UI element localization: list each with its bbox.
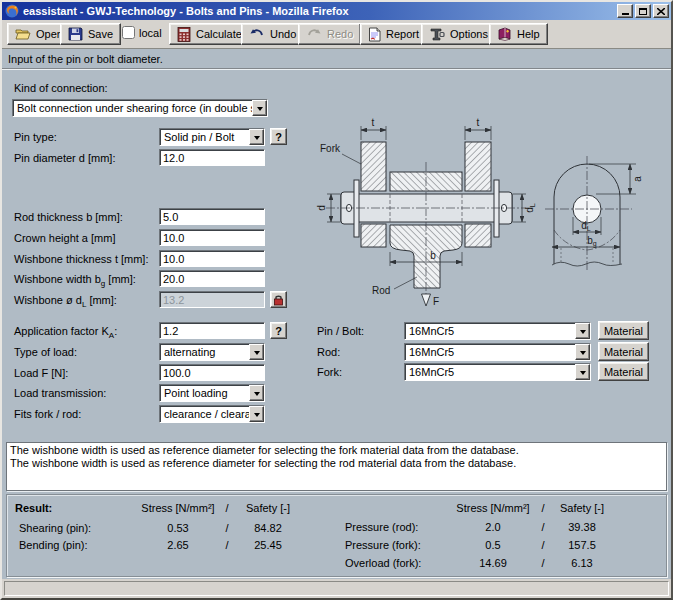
calculate-button[interactable]: Calculate <box>169 23 250 45</box>
type-of-load-value: alternating <box>160 344 249 360</box>
message-box: The wishbone width is used as reference … <box>6 442 667 491</box>
kind-of-connection-dropdown-button[interactable] <box>252 100 267 116</box>
app-window: eassistant - GWJ-Technology - Bolts and … <box>0 0 673 600</box>
drawing-dim-a: a <box>632 176 643 182</box>
wishbone-diameter-lock-button[interactable] <box>270 291 287 308</box>
material-fork-select[interactable]: 16MnCr5 <box>404 363 591 381</box>
application-factor-label: Application factor KA: <box>14 325 117 340</box>
close-button[interactable] <box>653 4 669 18</box>
load-transmission-value: Point loading <box>160 385 249 401</box>
material-fork-button[interactable]: Material <box>598 362 649 381</box>
help-book-icon <box>497 27 512 41</box>
material-rod-value: 16MnCr5 <box>405 344 575 360</box>
results-separator: / <box>221 522 233 534</box>
info-bar: Input of the pin or bolt diameter. <box>2 49 671 69</box>
message-line-2: The wishbone width is used as reference … <box>10 457 663 470</box>
type-of-load-select[interactable]: alternating <box>159 343 265 361</box>
material-rod-label: Rod: <box>317 346 340 358</box>
maximize-button[interactable] <box>635 4 651 18</box>
results-title: Result: <box>15 502 52 514</box>
material-pin-select[interactable]: 16MnCr5 <box>404 322 591 340</box>
wishbone-width-input[interactable] <box>159 270 265 287</box>
wishbone-diameter-input <box>159 291 265 308</box>
material-rod-dropdown-button[interactable] <box>575 344 590 360</box>
firefox-icon <box>5 4 19 18</box>
local-checkbox[interactable] <box>122 26 135 39</box>
window-title: eassistant - GWJ-Technology - Bolts and … <box>23 5 349 17</box>
undo-arrow-icon <box>249 28 265 40</box>
fits-dropdown-button[interactable] <box>249 406 264 422</box>
chevron-down-icon <box>254 351 260 358</box>
report-button[interactable]: Report <box>360 23 427 45</box>
redo-button-label: Redo <box>327 28 353 40</box>
options-button[interactable]: Options <box>421 23 496 45</box>
load-transmission-select[interactable]: Point loading <box>159 384 265 402</box>
drawing-dim-bg: bg <box>587 235 597 248</box>
pin-type-dropdown-button[interactable] <box>249 129 264 145</box>
help-button[interactable]: Help <box>489 23 548 45</box>
result-row-label: Shearing (pin): <box>19 522 91 534</box>
type-of-load-dropdown-button[interactable] <box>249 344 264 360</box>
redo-button: Redo <box>298 23 361 45</box>
drawing-dim-b: b <box>430 250 436 261</box>
pin-type-label: Pin type: <box>14 131 57 143</box>
material-rod-button[interactable]: Material <box>598 342 649 361</box>
chevron-down-icon <box>257 107 263 114</box>
rod-thickness-input[interactable] <box>159 208 265 225</box>
drawing-dim-dl-main: dL <box>524 203 536 213</box>
results-separator: / <box>221 539 233 551</box>
results-safety-header-right: Safety [-] <box>553 502 611 514</box>
load-f-input[interactable] <box>159 364 265 381</box>
crown-height-input[interactable] <box>159 229 265 246</box>
wishbone-thickness-input[interactable] <box>159 250 265 267</box>
pin-type-select[interactable]: Solid pin / Bolt <box>159 128 265 146</box>
drawing-dim-t-right: t <box>477 117 480 128</box>
result-row-label: Bending (pin): <box>19 539 88 551</box>
kind-of-connection-select[interactable]: Bolt connection under shearing force (in… <box>12 99 268 117</box>
drawing-label-force: F <box>433 296 439 307</box>
material-rod-select[interactable]: 16MnCr5 <box>404 343 591 361</box>
status-bar-panel <box>4 581 669 596</box>
load-f-label: Load F [N]: <box>14 367 68 379</box>
fits-value: clearance / clearanc <box>160 406 249 422</box>
material-pin-button[interactable]: Material <box>598 321 649 340</box>
chevron-down-icon <box>254 392 260 399</box>
material-pin-dropdown-button[interactable] <box>575 323 590 339</box>
local-checkbox-label: local <box>139 27 162 39</box>
technical-drawing: t t Fork d dL b Rod <box>314 102 659 317</box>
result-row-safety: 25.45 <box>239 539 297 551</box>
result-row-stress: 0.53 <box>135 522 221 534</box>
results-separator: / <box>537 539 549 551</box>
drawing-dim-d: d <box>316 205 327 211</box>
chevron-down-icon <box>254 413 260 420</box>
minimize-button[interactable] <box>617 4 633 18</box>
undo-button-label: Undo <box>270 28 296 40</box>
material-pin-label: Pin / Bolt: <box>317 325 364 337</box>
help-button-label: Help <box>517 28 540 40</box>
load-transmission-dropdown-button[interactable] <box>249 385 264 401</box>
toolbar: Open Save local <box>2 20 671 49</box>
application-factor-help-button[interactable]: ? <box>270 322 287 339</box>
crown-height-label: Crown height a [mm] <box>14 232 115 244</box>
pin-diameter-input[interactable] <box>159 149 265 166</box>
drawing-label-rod: Rod <box>372 285 390 296</box>
chevron-down-icon <box>580 330 586 337</box>
fits-select[interactable]: clearance / clearanc <box>159 405 265 423</box>
pin-diameter-label: Pin diameter d [mm]: <box>14 152 115 164</box>
drawing-label-fork: Fork <box>320 143 341 154</box>
undo-button[interactable]: Undo <box>241 23 304 45</box>
material-fork-dropdown-button[interactable] <box>575 364 590 380</box>
results-separator: / <box>537 557 549 569</box>
result-row-label: Pressure (rod): <box>345 521 418 533</box>
material-fork-value: 16MnCr5 <box>405 364 575 380</box>
wishbone-diameter-label: Wishbone ø dL [mm]: <box>14 294 117 309</box>
pin-type-help-button[interactable]: ? <box>270 128 287 145</box>
result-row-stress: 2.0 <box>451 521 535 533</box>
minimize-icon <box>622 13 629 15</box>
save-button[interactable]: Save <box>60 23 121 45</box>
application-factor-input[interactable] <box>159 322 265 339</box>
result-row-stress: 2.65 <box>135 539 221 551</box>
fits-label: Fits fork / rod: <box>14 408 81 420</box>
results-separator: / <box>537 521 549 533</box>
report-button-label: Report <box>386 28 419 40</box>
